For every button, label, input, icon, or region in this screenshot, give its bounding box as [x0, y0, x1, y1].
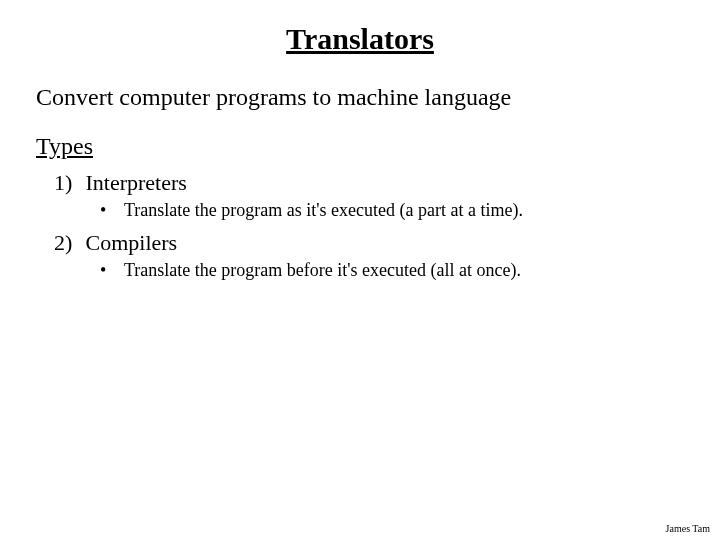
page-title: Translators	[36, 22, 684, 56]
item-label: Interpreters	[86, 170, 187, 195]
sub-item: Translate the program as it's executed (…	[100, 198, 684, 222]
list-item: 1) Interpreters Translate the program as…	[54, 170, 684, 222]
slide: Translators Convert computer programs to…	[0, 0, 720, 540]
sub-item: Translate the program before it's execut…	[100, 258, 684, 282]
types-list: 1) Interpreters Translate the program as…	[36, 170, 684, 283]
sub-list: Translate the program before it's execut…	[54, 258, 684, 282]
item-number: 2)	[54, 230, 80, 256]
item-number: 1)	[54, 170, 80, 196]
list-item: 2) Compilers Translate the program befor…	[54, 230, 684, 282]
item-label: Compilers	[86, 230, 178, 255]
subtitle: Convert computer programs to machine lan…	[36, 84, 684, 111]
footer-author: James Tam	[666, 523, 710, 534]
sub-list: Translate the program as it's executed (…	[54, 198, 684, 222]
section-heading: Types	[36, 133, 684, 160]
